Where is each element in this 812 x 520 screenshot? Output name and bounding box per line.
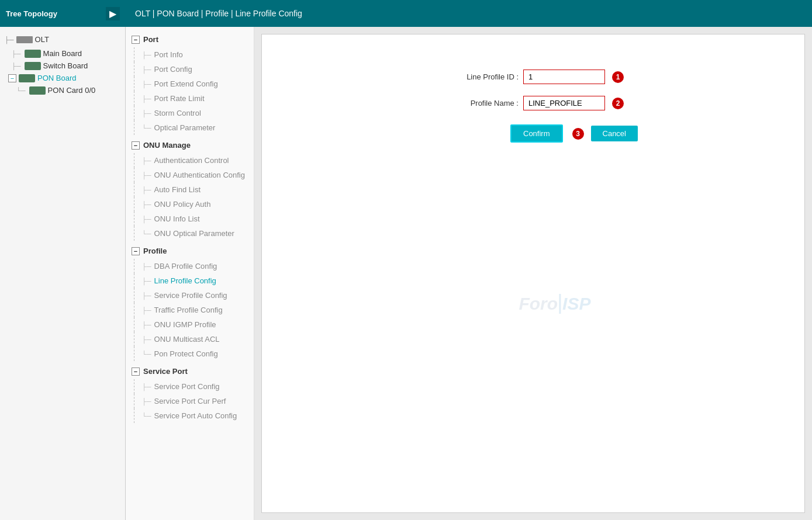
middle-menu: − Port ├─ Port Info ├─ Port Config ├─ Po… (126, 27, 254, 520)
badge-3: 3 (572, 128, 584, 140)
line-profile-id-input[interactable] (523, 70, 605, 84)
menu-item-port-config[interactable]: ├─ Port Config (126, 62, 254, 77)
tree-collapse-button[interactable]: ▶ (106, 7, 120, 20)
content-panel: Line Profile ID : 1 Profile Name : 2 Con… (261, 34, 805, 513)
menu-section-port: − Port ├─ Port Info ├─ Port Config ├─ Po… (126, 32, 254, 135)
menu-item-onu-igmp-profile[interactable]: ├─ ONU IGMP Profile (126, 317, 254, 332)
menu-item-port-rate-limit[interactable]: ├─ Port Rate Limit (126, 91, 254, 106)
tree-sidebar: ├─ OLT ├─ Main Board ├─ Switch Board − P… (0, 27, 126, 520)
menu-item-onu-authentication-config[interactable]: ├─ ONU Authentication Config (126, 168, 254, 182)
menu-item-onu-info-list[interactable]: ├─ ONU Info List (126, 212, 254, 226)
menu-section-service-port-header[interactable]: − Service Port (126, 363, 254, 379)
tree-item-olt[interactable]: ├─ OLT (0, 32, 125, 47)
tree-topology-header: Tree Topology ▶ (0, 0, 126, 27)
menu-item-port-extend-config[interactable]: ├─ Port Extend Config (126, 77, 254, 91)
profile-section-toggle[interactable]: − (132, 247, 140, 255)
menu-item-service-profile-config[interactable]: ├─ Service Profile Config (126, 288, 254, 303)
menu-item-service-port-auto-config[interactable]: └─ Service Port Auto Config (126, 408, 254, 423)
menu-item-traffic-profile-config[interactable]: ├─ Traffic Profile Config (126, 303, 254, 317)
content-area: Line Profile ID : 1 Profile Name : 2 Con… (254, 27, 812, 520)
confirm-button[interactable]: Confirm (510, 124, 563, 143)
breadcrumb: OLT | PON Board | Profile | Line Profile… (135, 9, 302, 18)
service-port-section-toggle[interactable]: − (132, 368, 140, 376)
breadcrumb-bar: OLT | PON Board | Profile | Line Profile… (126, 0, 812, 27)
menu-section-profile: − Profile ├─ DBA Profile Config ├─ Line … (126, 243, 254, 361)
tree-topology-title: Tree Topology (6, 9, 57, 18)
menu-item-dba-profile-config[interactable]: ├─ DBA Profile Config (126, 259, 254, 273)
profile-name-input[interactable] (523, 96, 605, 110)
menu-section-service-port: − Service Port ├─ Service Port Config ├─… (126, 363, 254, 423)
tree-item-main-board[interactable]: ├─ Main Board (0, 47, 125, 60)
watermark: Foro ISP (519, 294, 590, 314)
line-profile-id-label: Line Profile ID : (443, 72, 519, 81)
onu-manage-section-toggle[interactable]: − (132, 141, 140, 150)
menu-item-authentication-control[interactable]: ├─ Authentication Control (126, 153, 254, 168)
menu-section-onu-manage: − ONU Manage ├─ Authentication Control ├… (126, 137, 254, 241)
menu-item-service-port-cur-perf[interactable]: ├─ Service Port Cur Perf (126, 394, 254, 408)
tree-item-switch-board[interactable]: ├─ Switch Board (0, 60, 125, 72)
profile-name-label: Profile Name : (443, 99, 519, 108)
pon-board-expand[interactable]: − (8, 74, 16, 82)
badge-2: 2 (612, 98, 624, 109)
tree-item-pon-board[interactable]: − PON Board (0, 72, 125, 84)
port-section-toggle[interactable]: − (132, 36, 140, 44)
cancel-button[interactable]: Cancel (591, 126, 638, 141)
menu-item-port-info[interactable]: ├─ Port Info (126, 47, 254, 62)
menu-item-service-port-config[interactable]: ├─ Service Port Config (126, 379, 254, 394)
menu-section-profile-header[interactable]: − Profile (126, 243, 254, 259)
menu-item-onu-policy-auth[interactable]: ├─ ONU Policy Auth (126, 197, 254, 212)
menu-item-optical-parameter[interactable]: └─ Optical Parameter (126, 120, 254, 135)
menu-item-line-profile-config[interactable]: ├─ Line Profile Config (126, 273, 254, 288)
badge-1: 1 (612, 71, 624, 83)
menu-section-onu-manage-header[interactable]: − ONU Manage (126, 137, 254, 153)
tree-item-pon-card[interactable]: └─ PON Card 0/0 (0, 84, 125, 96)
menu-item-onu-multicast-acl[interactable]: ├─ ONU Multicast ACL (126, 332, 254, 346)
menu-section-port-header[interactable]: − Port (126, 32, 254, 47)
menu-item-onu-optical-parameter[interactable]: └─ ONU Optical Parameter (126, 226, 254, 241)
menu-item-auto-find-list[interactable]: ├─ Auto Find List (126, 182, 254, 197)
menu-item-storm-control[interactable]: ├─ Storm Control (126, 106, 254, 120)
menu-item-pon-protect-config[interactable]: └─ Pon Protect Config (126, 346, 254, 361)
